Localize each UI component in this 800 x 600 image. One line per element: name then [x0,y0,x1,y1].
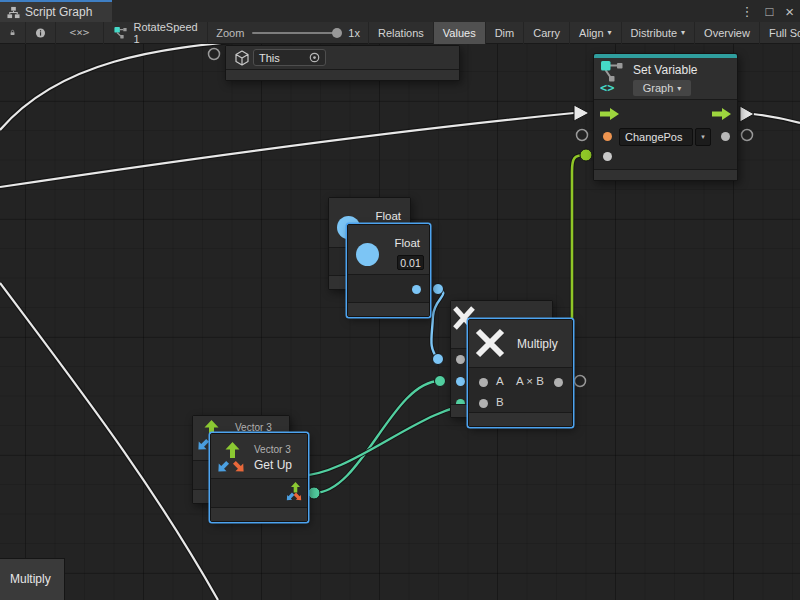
control-output-arrow-icon[interactable] [711,107,733,121]
tab-script-graph[interactable]: Script Graph [0,0,112,22]
code-view-button[interactable]: <×> [56,22,104,44]
distribute-label: Distribute [631,27,677,39]
toolbar-button-carry[interactable]: Carry [524,22,570,44]
multiply-back-port-a[interactable] [456,355,465,364]
this-node-footer [226,69,459,80]
align-label: Align [579,27,603,39]
multiply-label-a: A [496,375,504,387]
set-variable-title: Set Variable [633,63,697,77]
vector3-downright-arrow-icon [232,460,246,474]
lock-icon [9,25,16,40]
vector3-back-type: Vector 3 [235,422,272,433]
wire-getup-to-multiply[interactable] [308,376,446,500]
vector3-front-footer [211,507,307,521]
wire-bottom-left[interactable] [0,283,218,600]
info-button[interactable] [26,22,56,44]
multiply-output-port[interactable] [554,378,563,387]
vector3-downleft-arrow-icon [196,438,210,452]
toolbar-button-dim[interactable]: Dim [486,22,525,44]
multiply-x-icon [474,327,506,359]
chevron-down-icon: ▾ [701,133,705,141]
float-type-icon [356,243,379,266]
multiply-label-out: A × B [516,375,544,387]
kebab-menu-icon[interactable]: ⋮ [740,4,753,19]
variable-name-caret-button[interactable]: ▾ [695,128,711,146]
wire-top-left[interactable] [0,44,252,130]
float-node-front[interactable]: Float 0.01 [347,224,430,317]
chevron-down-icon: ▾ [677,84,681,93]
toolbar-left-group: <×> [0,22,104,44]
variable-kind-label: Graph [643,82,674,94]
zoom-value: 1x [348,27,360,39]
object-picker-icon[interactable] [309,52,320,63]
float-value: 0.01 [400,257,420,269]
graph-name: RotateSpeed 1 [133,21,199,45]
multiply-partial-title: Multiply [10,572,51,586]
getup-title: Get Up [254,458,292,472]
toolbar-button-values[interactable]: Values [434,22,486,44]
vector3-output-glyph-icon[interactable] [285,482,303,503]
float-output-port[interactable] [412,285,421,294]
maximize-icon[interactable]: □ [765,4,773,19]
vector3-up-arrow-icon [225,442,240,458]
set-variable-icon: <> [600,60,626,94]
script-graph-icon [7,6,20,19]
this-node[interactable]: This [225,45,460,81]
graph-canvas[interactable]: This <> Set Variable Graph ▾ [0,44,800,600]
port-indicator-setvar-out[interactable] [742,130,753,141]
port-indicator-this[interactable] [209,49,220,60]
toolbar-button-overview[interactable]: Overview [695,22,760,44]
multiply-title: Multiply [517,337,558,351]
multiply-back-port-b[interactable] [456,377,465,386]
variable-kind-dropdown[interactable]: Graph ▾ [633,80,691,96]
float-front-title: Float [394,237,420,249]
graph-toolbar: <×> RotateSpeed 1 Zoom 1x Relations Valu… [0,22,800,44]
wire-out-of-set-variable[interactable] [740,106,800,123]
zoom-control: Zoom 1x [208,22,369,44]
script-graph-window: Script Graph ⋮ □ × [0,0,800,600]
port-indicator-multiply-out[interactable] [575,376,586,387]
float-value-field[interactable]: 0.01 [397,255,424,270]
zoom-slider-handle[interactable] [332,28,342,38]
float-front-footer [348,302,429,316]
this-object-field[interactable]: This [253,49,326,66]
window-controls: ⋮ □ × [740,0,794,22]
set-variable-footer [594,169,737,180]
variable-value-port[interactable] [603,152,612,161]
svg-text:<>: <> [600,81,614,94]
code-view-icon: <×> [70,26,90,39]
variable-output-port[interactable] [721,132,730,141]
wire-float-to-multiply[interactable] [431,284,443,365]
vector3-type-label: Vector 3 [254,444,291,455]
set-variable-node[interactable]: <> Set Variable Graph ▾ ChangePos ▾ [593,53,738,181]
graph-variable-icon [114,26,127,40]
float-back-title: Float [375,210,401,222]
toolbar-button-distribute[interactable]: Distribute ▾ [622,22,695,44]
multiply-node-front[interactable]: Multiply A A × B B [468,319,573,427]
port-indicator-setvar-name[interactable] [577,130,588,141]
multiply-port-b[interactable] [479,399,488,408]
vector3-node-front[interactable]: Vector 3 Get Up [210,433,308,522]
lock-button[interactable] [0,22,26,44]
gameobject-cube-icon [234,50,250,66]
multiply-front-footer [469,412,572,426]
tab-bar: Script Graph ⋮ □ × [0,0,800,22]
chevron-down-icon: ▾ [681,28,685,37]
toolbar-button-relations[interactable]: Relations [369,22,434,44]
toolbar-button-fullscreen[interactable]: Full Screen [760,22,800,44]
variable-name-port[interactable] [603,132,612,141]
control-input-arrow-icon[interactable] [599,107,621,121]
multiply-label-b: B [496,396,504,408]
multiply-partial-node[interactable]: Multiply [0,558,65,600]
this-field-value: This [259,52,280,64]
variable-name-dropdown[interactable]: ChangePos [619,128,693,146]
zoom-slider[interactable] [252,32,340,34]
wire-multiply-to-set-variable[interactable] [572,149,592,320]
toolbar-button-align[interactable]: Align ▾ [570,22,621,44]
tab-title: Script Graph [25,5,92,19]
multiply-port-a[interactable] [479,378,488,387]
graph-reference-group[interactable]: RotateSpeed 1 [104,22,208,44]
close-icon[interactable]: × [785,3,794,20]
wire-into-set-variable[interactable] [0,105,589,187]
vector3-downleft-arrow-icon [216,460,230,474]
